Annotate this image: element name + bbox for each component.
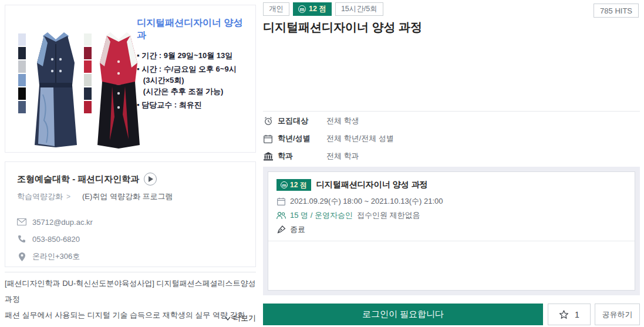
page-title: 디지털패션디자이너 양성 과정 [263, 19, 422, 35]
session-card[interactable]: m 12 점 디지털패션디자이너 양성 과정 2021.09.29(수) 18:… [268, 171, 635, 291]
favorite-count: 1 [575, 310, 579, 319]
department-label: 학과 [278, 151, 326, 161]
grade-gender-value: 전체 학년/전체 성별 [326, 133, 394, 144]
show-more-button[interactable]: 더보기 [5, 313, 256, 323]
color-swatch [84, 47, 92, 59]
session-points-label: 12 점 [290, 180, 307, 190]
session-capacity-note: 접수인원 제한없음 [357, 210, 420, 221]
pen-icon [277, 225, 286, 234]
hits-counter: 785 HITS [594, 4, 639, 18]
department-value: 전체 학과 [326, 151, 359, 161]
grade-gender-row: 학년/성별 전체 학년/전체 성별 [263, 133, 640, 144]
color-swatch [18, 33, 26, 46]
color-swatch [18, 87, 26, 100]
poster-title: 디지털패션디자이너 양성 과 [137, 17, 254, 42]
star-icon [559, 310, 569, 319]
calendar-icon [277, 197, 286, 206]
poster-line-instructor: ▪ 담당교수 : 최유진 [137, 99, 254, 110]
university-icon [263, 151, 273, 161]
email-value[interactable]: 35712@dup.ac.kr [32, 218, 93, 227]
course-detail-rows: 모집대상 전체 학생 학년/성별 전체 학년/전체 성별 학과 전체 학과 [263, 116, 640, 161]
color-swatch [84, 87, 92, 100]
poster-line-period: ▪ 기간 : 9월 29일~10월 13일 [137, 50, 254, 61]
category-link[interactable]: 학습역량강화 [17, 191, 63, 202]
poster-line-sessions: (3시간×5회) [137, 75, 254, 86]
navy-coat-illustration [30, 29, 82, 151]
department-row: 학과 전체 학과 [263, 151, 640, 161]
organization-card: 조형예술대학 - 패션디자인학과 학습역량강화 > (E)취업 역량강화 프로그… [5, 161, 256, 267]
poster-text: 디지털패션디자이너 양성 과 ▪ 기간 : 9월 29일~10월 13일 ▪ 시… [137, 17, 254, 110]
session-status-row: 종료 [277, 224, 626, 235]
color-swatch [18, 47, 26, 59]
color-swatch [84, 60, 92, 73]
target-value: 전체 학생 [326, 116, 359, 126]
people-icon [277, 211, 286, 220]
alarm-clock-icon [263, 116, 273, 126]
hours-badge: 15시간/5회 [335, 2, 383, 16]
target-row: 모집대상 전체 학생 [263, 116, 640, 126]
location-pin-icon [17, 252, 26, 261]
red-coat-illustration [95, 29, 143, 151]
color-swatch [18, 74, 26, 86]
divider [5, 272, 256, 272]
swatch-column-right [84, 33, 92, 113]
color-swatch [18, 60, 26, 73]
personal-badge: 개인 [263, 2, 289, 16]
session-status: 종료 [290, 224, 305, 235]
description-line-1: [패션디자인학과 DU-혁신선도분야육성사업] 디지털패션스페셜리스트양성과정 [5, 275, 256, 307]
poster-line-note: (시간은 추후 조절 가능) [137, 86, 254, 97]
contact-email-row: 35712@dup.ac.kr [17, 217, 244, 227]
share-button[interactable]: 공유하기 [595, 304, 640, 325]
chevron-down-icon [225, 316, 231, 321]
program-link[interactable]: (E)취업 역량강화 프로그램 [82, 191, 173, 202]
divider [263, 111, 640, 112]
location-value: 온라인+306호 [32, 251, 80, 262]
course-badge-row: 개인 m 12 점 15시간/5회 [263, 2, 383, 16]
mileage-m-icon: m [281, 181, 288, 188]
mail-icon [17, 217, 26, 227]
contact-list: 35712@dup.ac.kr 053-850-6820 온라인+306호 [17, 217, 244, 262]
poster-line-time: ▪ 시간 : 수/금요일 오후 6~9시 [137, 63, 254, 75]
contact-location-row: 온라인+306호 [17, 251, 244, 262]
calendar-icon [263, 134, 273, 143]
color-swatch [18, 101, 26, 113]
mileage-m-icon: m [298, 5, 306, 13]
play-icon [148, 176, 153, 182]
login-required-button[interactable]: 로그인이 필요합니다 [263, 304, 543, 325]
session-title: 디지털패션디자이너 양성 과정 [316, 180, 428, 190]
session-empty-area [268, 241, 635, 290]
session-info: m 12 점 디지털패션디자이너 양성 과정 2021.09.29(수) 18:… [268, 172, 635, 241]
color-swatch [84, 74, 92, 86]
chevron-right-icon: > [66, 193, 70, 201]
session-panel: m 12 점 디지털패션디자이너 양성 과정 2021.09.29(수) 18:… [263, 167, 640, 295]
mileage-points-badge: m 12 점 [293, 2, 332, 16]
phone-value[interactable]: 053-850-6820 [32, 235, 80, 244]
session-points-badge: m 12 점 [277, 179, 311, 191]
course-detail-page: 디지털패션디자이너 양성 과 ▪ 기간 : 9월 29일~10월 13일 ▪ 시… [0, 0, 644, 327]
color-swatch [84, 33, 92, 46]
color-swatch [84, 101, 92, 113]
show-more-label: 더보기 [233, 313, 256, 323]
session-capacity-row: 15 명 / 운영자승인 접수인원 제한없음 [277, 210, 626, 221]
grade-gender-label: 학년/성별 [278, 133, 326, 144]
favorite-button[interactable]: 1 [548, 304, 591, 325]
org-title-row: 조형예술대학 - 패션디자인학과 [17, 173, 244, 186]
contact-phone-row: 053-850-6820 [17, 234, 244, 244]
session-title-row: m 12 점 디지털패션디자이너 양성 과정 [277, 179, 626, 191]
session-date-range: 2021.09.29(수) 18:00 ~ 2021.10.13(수) 21:0… [290, 196, 443, 207]
session-capacity: 15 명 / 운영자승인 [290, 210, 353, 221]
points-label: 12 점 [309, 4, 326, 14]
org-title: 조형예술대학 - 패션디자인학과 [17, 174, 139, 185]
phone-icon [17, 234, 26, 244]
target-label: 모집대상 [278, 116, 326, 126]
org-breadcrumb-row: 학습역량강화 > (E)취업 역량강화 프로그램 [17, 191, 244, 202]
session-date-row: 2021.09.29(수) 18:00 ~ 2021.10.13(수) 21:0… [277, 196, 626, 207]
swatch-column-left [18, 33, 26, 113]
play-button[interactable] [144, 173, 157, 186]
course-poster-card[interactable]: 디지털패션디자이너 양성 과 ▪ 기간 : 9월 29일~10월 13일 ▪ 시… [5, 5, 256, 153]
